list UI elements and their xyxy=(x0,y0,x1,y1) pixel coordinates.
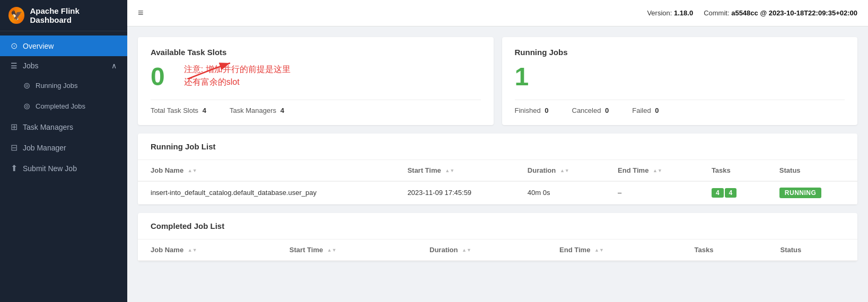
version-label: Version: xyxy=(647,9,672,17)
sidebar-item-overview[interactable]: ⊙ Overview xyxy=(0,35,127,56)
sidebar-navigation: ⊙ Overview ☰ Jobs ∧ ⊚ Running Jobs ⊚ Com… xyxy=(0,31,127,302)
running-job-list-table: Job Name ▲▼ Start Time ▲▼ Duration ▲▼ xyxy=(138,160,857,205)
commit-value: a5548cc @ 2023-10-18T22:09:35+02:00 xyxy=(731,9,857,17)
comp-col-tasks[interactable]: Tasks xyxy=(681,239,767,261)
running-jobs-value: 1 xyxy=(515,63,845,91)
finished-value: 0 xyxy=(545,106,548,114)
col-duration[interactable]: Duration ▲▼ xyxy=(515,160,605,181)
canceled-label: Canceled xyxy=(572,106,601,114)
sidebar-running-jobs-label: Running Jobs xyxy=(36,82,78,90)
task-managers-stat: Task Managers 4 xyxy=(230,106,284,114)
failed-value: 0 xyxy=(655,106,659,114)
task-managers-stat-label: Task Managers xyxy=(230,106,276,114)
running-jobs-stats: Finished 0 Canceled 0 Failed 0 xyxy=(515,100,845,114)
tasks-badge-2: 4 xyxy=(725,188,737,198)
start-time-cell: 2023-11-09 17:45:59 xyxy=(394,181,514,205)
running-job-list-tbody: insert-into_default_catalog.default_data… xyxy=(138,181,857,205)
sidebar-jobs-group[interactable]: ☰ Jobs ∧ xyxy=(0,56,127,75)
task-slots-card: Available Task Slots 0 xyxy=(138,37,494,125)
tasks-badge-1: 4 xyxy=(712,188,724,198)
task-managers-icon: ⊞ xyxy=(11,122,17,132)
topbar-meta: Version: 1.18.0 Commit: a5548cc @ 2023-1… xyxy=(647,9,857,17)
comp-sort-duration-icon[interactable]: ▲▼ xyxy=(462,248,471,253)
sort-end-time-icon[interactable]: ▲▼ xyxy=(653,168,662,173)
completed-job-list-table-container: Job Name ▲▼ Start Time ▲▼ Duration ▲▼ xyxy=(138,239,857,261)
job-manager-icon: ⊟ xyxy=(11,143,17,153)
job-name-cell: insert-into_default_catalog.default_data… xyxy=(138,181,394,205)
status-badge: RUNNING xyxy=(779,188,822,198)
canceled-value: 0 xyxy=(605,106,609,114)
total-task-slots-stat: Total Task Slots 4 xyxy=(151,106,206,114)
comp-col-status[interactable]: Status xyxy=(768,239,857,261)
app-logo-icon: 🦅 xyxy=(8,7,24,24)
sidebar-submit-new-job-label: Submit New Job xyxy=(23,164,77,173)
col-tasks[interactable]: Tasks xyxy=(699,160,767,181)
sort-job-name-icon[interactable]: ▲▼ xyxy=(188,168,197,173)
comp-col-duration[interactable]: Duration ▲▼ xyxy=(417,239,547,261)
col-job-name[interactable]: Job Name ▲▼ xyxy=(138,160,394,181)
col-end-time[interactable]: End Time ▲▼ xyxy=(605,160,699,181)
canceled-stat: Canceled 0 xyxy=(572,106,609,114)
completed-job-list-title: Completed Job List xyxy=(138,213,857,239)
completed-job-list-section: Completed Job List Job Name ▲▼ Start Tim… xyxy=(138,213,857,261)
version-value: 1.18.0 xyxy=(674,9,693,17)
col-start-time[interactable]: Start Time ▲▼ xyxy=(394,160,514,181)
comp-col-start-time[interactable]: Start Time ▲▼ xyxy=(277,239,417,261)
commit-label: Commit: xyxy=(704,9,729,17)
comp-col-end-time[interactable]: End Time ▲▼ xyxy=(547,239,681,261)
topbar: ≡ Version: 1.18.0 Commit: a5548cc @ 2023… xyxy=(127,0,868,26)
sort-start-time-icon[interactable]: ▲▼ xyxy=(445,168,454,173)
tasks-cell: 4 4 xyxy=(699,181,767,205)
completed-job-list-table: Job Name ▲▼ Start Time ▲▼ Duration ▲▼ xyxy=(138,239,857,261)
running-jobs-card: Running Jobs 1 Finished 0 Canceled 0 Fai… xyxy=(502,37,858,125)
submit-job-icon: ⬆ xyxy=(11,163,17,173)
task-managers-stat-value: 4 xyxy=(280,106,284,114)
sidebar-item-submit-new-job[interactable]: ⬆ Submit New Job xyxy=(0,158,127,179)
task-slots-stats: Total Task Slots 4 Task Managers 4 xyxy=(151,100,481,114)
main-content: ≡ Version: 1.18.0 Commit: a5548cc @ 2023… xyxy=(127,0,868,302)
failed-label: Failed xyxy=(632,106,651,114)
sidebar-item-completed-jobs[interactable]: ⊚ Completed Jobs xyxy=(0,96,127,117)
total-task-slots-value: 4 xyxy=(203,106,206,114)
running-jobs-icon: ⊚ xyxy=(23,81,30,91)
completed-job-list-thead: Job Name ▲▼ Start Time ▲▼ Duration ▲▼ xyxy=(138,239,857,261)
status-cell: RUNNING xyxy=(767,181,857,205)
duration-cell: 40m 0s xyxy=(515,181,605,205)
end-time-cell: – xyxy=(605,181,699,205)
page-content: Available Task Slots 0 xyxy=(127,26,868,302)
running-job-list-title: Running Job List xyxy=(138,134,857,160)
sidebar-jobs-label: Jobs xyxy=(23,61,39,70)
comp-sort-job-name-icon[interactable]: ▲▼ xyxy=(188,248,197,253)
comp-sort-end-time-icon[interactable]: ▲▼ xyxy=(594,248,604,253)
comp-col-job-name[interactable]: Job Name ▲▼ xyxy=(138,239,277,261)
failed-stat: Failed 0 xyxy=(632,106,659,114)
annotation-line2: 还有富余的slot xyxy=(184,76,291,88)
sidebar-item-task-managers[interactable]: ⊞ Task Managers xyxy=(0,117,127,137)
hamburger-menu-icon[interactable]: ≡ xyxy=(138,7,144,19)
table-row[interactable]: insert-into_default_catalog.default_data… xyxy=(138,181,857,205)
chevron-up-icon: ∧ xyxy=(111,61,117,70)
sort-duration-icon[interactable]: ▲▼ xyxy=(560,168,569,173)
sidebar-task-managers-label: Task Managers xyxy=(23,123,73,131)
finished-label: Finished xyxy=(515,106,541,114)
comp-sort-start-time-icon[interactable]: ▲▼ xyxy=(327,248,337,253)
finished-stat: Finished 0 xyxy=(515,106,549,114)
annotation-line1: 注意: 增加并行的前提是这里 xyxy=(184,63,291,76)
running-job-list-section: Running Job List Job Name ▲▼ Start Time … xyxy=(138,134,857,205)
app-title: Apache Flink Dashboard xyxy=(30,6,119,24)
sidebar-item-running-jobs[interactable]: ⊚ Running Jobs xyxy=(0,75,127,96)
jobs-icon: ☰ xyxy=(11,61,17,70)
summary-cards: Available Task Slots 0 xyxy=(138,37,857,125)
running-jobs-card-title: Running Jobs xyxy=(515,48,845,57)
completed-jobs-icon: ⊚ xyxy=(23,101,30,111)
sidebar-overview-label: Overview xyxy=(23,42,54,50)
sidebar: 🦅 Apache Flink Dashboard ⊙ Overview ☰ Jo… xyxy=(0,0,127,302)
running-job-list-thead: Job Name ▲▼ Start Time ▲▼ Duration ▲▼ xyxy=(138,160,857,181)
col-status[interactable]: Status xyxy=(767,160,857,181)
tasks-badges: 4 4 xyxy=(712,188,737,198)
annotation-text-area: 注意: 增加并行的前提是这里 还有富余的slot xyxy=(184,63,291,88)
sidebar-item-job-manager[interactable]: ⊟ Job Manager xyxy=(0,137,127,158)
task-slots-card-title: Available Task Slots xyxy=(151,48,481,57)
sidebar-completed-jobs-label: Completed Jobs xyxy=(36,102,85,110)
overview-icon: ⊙ xyxy=(11,41,17,51)
